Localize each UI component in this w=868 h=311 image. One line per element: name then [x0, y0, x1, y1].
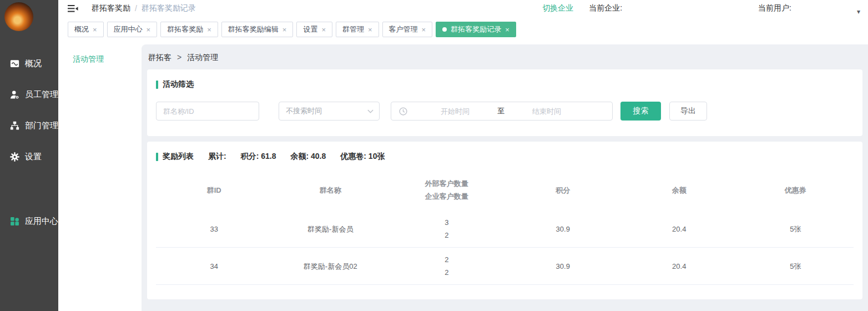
chart-overview-icon: [10, 59, 19, 68]
cell-group-name: 群奖励-新会员: [272, 223, 389, 235]
reward-summary: 奖励列表 累计: 积分: 61.8 余额: 40.8 优惠卷: 10张: [156, 152, 854, 162]
breadcrumb-root[interactable]: 群拓客奖励: [92, 3, 130, 13]
page-breadcrumb-separator: >: [177, 53, 181, 62]
tab-label: 客户管理: [389, 24, 418, 34]
tab-close-icon[interactable]: ×: [93, 26, 97, 34]
sidebar-item-app-center[interactable]: 应用中心: [0, 205, 58, 237]
breadcrumb-separator: /: [135, 4, 137, 13]
col-balance: 余额: [621, 184, 738, 197]
secondary-sidebar: 活动管理: [58, 40, 142, 311]
sidebar-item-label: 应用中心: [25, 216, 58, 227]
cell-coupons: 5张: [738, 260, 854, 273]
tab-close-icon[interactable]: ×: [282, 26, 287, 34]
sidebar-item-label: 部门管理: [25, 121, 58, 131]
tab-customer-management[interactable]: 客户管理 ×: [382, 22, 433, 37]
clock-icon: [399, 107, 407, 116]
section-bar-icon: [156, 81, 158, 89]
reward-list-title: 奖励列表: [163, 152, 194, 162]
sidebar-item-settings[interactable]: 设置: [0, 141, 58, 172]
current-company-label: 当前企业:: [589, 3, 622, 13]
app-grid-icon: [10, 217, 19, 226]
date-range-picker[interactable]: 至: [391, 102, 613, 121]
tab-close-icon[interactable]: ×: [207, 26, 211, 34]
export-button[interactable]: 导出: [669, 102, 707, 121]
company-avatar[interactable]: [4, 2, 33, 31]
active-tab-dot-icon: [442, 27, 447, 32]
tab-close-icon[interactable]: ×: [147, 26, 151, 34]
tab-label: 群拓客奖励记录: [451, 24, 501, 34]
chevron-down-icon: [367, 109, 374, 113]
page-breadcrumb-root: 群拓客: [148, 53, 171, 62]
sidebar-item-label: 员工管理: [25, 89, 58, 100]
cell-balance: 20.4: [621, 260, 738, 273]
breadcrumb-current: 群拓客奖励记录: [142, 3, 196, 13]
col-customers: 外部客户数量 企业客户数量: [388, 177, 505, 203]
sidebar-item-employees[interactable]: 员工管理: [0, 79, 58, 110]
cell-group-id: 34: [156, 260, 272, 273]
reward-list-card: 奖励列表 累计: 积分: 61.8 余额: 40.8 优惠卷: 10张 群ID …: [147, 142, 862, 299]
tab-overview[interactable]: 概况 ×: [68, 22, 104, 37]
table-header-row: 群ID 群名称 外部客户数量 企业客户数量 积分 余额 优惠券: [156, 169, 854, 210]
time-mode-value: 不搜索时间: [286, 106, 322, 116]
col-group-name: 群名称: [272, 184, 389, 197]
points-total: 积分: 61.8: [241, 152, 276, 162]
cell-customers: 2 2: [388, 253, 505, 279]
search-button[interactable]: 搜索: [620, 102, 661, 121]
end-date-input[interactable]: [513, 103, 580, 119]
page-breadcrumb: 群拓客 > 活动管理: [142, 44, 868, 69]
cell-coupons: 5张: [738, 223, 854, 235]
tab-label: 群拓客奖励编辑: [228, 24, 279, 34]
tab-close-icon[interactable]: ×: [368, 26, 372, 34]
current-user-label: 当前用户:: [758, 3, 791, 13]
sidebar-item-overview[interactable]: 概况: [0, 48, 58, 79]
reward-table: 群ID 群名称 外部客户数量 企业客户数量 积分 余额 优惠券 33: [156, 169, 854, 285]
sidebar-item-label: 设置: [25, 152, 42, 162]
filter-title-text: 活动筛选: [163, 79, 194, 89]
content-area: 群拓客 > 活动管理 活动筛选 不搜索时间: [142, 44, 868, 311]
tab-group-reward-edit[interactable]: 群拓客奖励编辑 ×: [221, 22, 294, 37]
cell-group-name: 群奖励-新会员02: [272, 260, 389, 273]
cell-group-id: 33: [156, 223, 272, 235]
table-row: 34 群奖励-新会员02 2 2 30.9 20.4 5张: [156, 248, 854, 285]
start-date-input[interactable]: [422, 103, 488, 119]
cell-customers: 3 2: [388, 216, 505, 242]
submenu-item-activity-management[interactable]: 活动管理: [73, 54, 142, 64]
cell-points: 30.9: [505, 260, 622, 273]
filter-section-title: 活动筛选: [156, 79, 854, 89]
group-name-id-input[interactable]: [156, 102, 259, 121]
cell-points: 30.9: [505, 223, 622, 235]
tab-label: 群拓客奖励: [167, 24, 203, 34]
department-sitemap-icon: [10, 121, 19, 131]
date-range-separator: 至: [497, 106, 504, 116]
user-dropdown-caret-icon[interactable]: ▾: [857, 8, 860, 16]
section-bar-icon: [156, 153, 158, 161]
collapse-menu-icon[interactable]: [68, 4, 78, 13]
cell-balance: 20.4: [621, 223, 738, 235]
switch-company-link[interactable]: 切换企业: [542, 3, 573, 13]
tab-app-center[interactable]: 应用中心 ×: [107, 22, 158, 37]
tab-label: 群管理: [342, 24, 364, 34]
main-column: 群拓客奖励 / 群拓客奖励记录 切换企业 当前企业: 当前用户: ▾ 概况 × …: [58, 0, 868, 311]
col-group-id: 群ID: [156, 184, 272, 197]
time-mode-select[interactable]: 不搜索时间: [279, 102, 380, 121]
left-sidebar: 概况 员工管理 部门管理 设置 应用中心: [0, 0, 58, 311]
tab-label: 设置: [303, 24, 317, 34]
activity-filter-card: 活动筛选 不搜索时间: [147, 69, 862, 136]
tab-group-reward[interactable]: 群拓客奖励 ×: [160, 22, 218, 37]
tab-close-icon[interactable]: ×: [505, 26, 509, 34]
tab-settings[interactable]: 设置 ×: [296, 22, 332, 37]
tab-group-reward-records-active[interactable]: 群拓客奖励记录 ×: [436, 22, 516, 37]
tab-label: 应用中心: [114, 24, 143, 34]
topbar: 群拓客奖励 / 群拓客奖励记录 切换企业 当前企业: 当前用户: ▾: [58, 0, 868, 17]
balance-total: 余额: 40.8: [290, 152, 326, 162]
tab-group-management[interactable]: 群管理 ×: [336, 22, 379, 37]
employee-icon: [10, 90, 19, 99]
tab-close-icon[interactable]: ×: [321, 26, 326, 34]
total-label: 累计:: [208, 152, 226, 162]
coupon-total: 优惠卷: 10张: [340, 152, 385, 162]
filter-controls-row: 不搜索时间 至 搜: [156, 102, 854, 121]
app-root: 概况 员工管理 部门管理 设置 应用中心: [0, 0, 868, 311]
sidebar-item-departments[interactable]: 部门管理: [0, 110, 58, 141]
tab-label: 概况: [74, 24, 89, 34]
tab-close-icon[interactable]: ×: [422, 26, 426, 34]
